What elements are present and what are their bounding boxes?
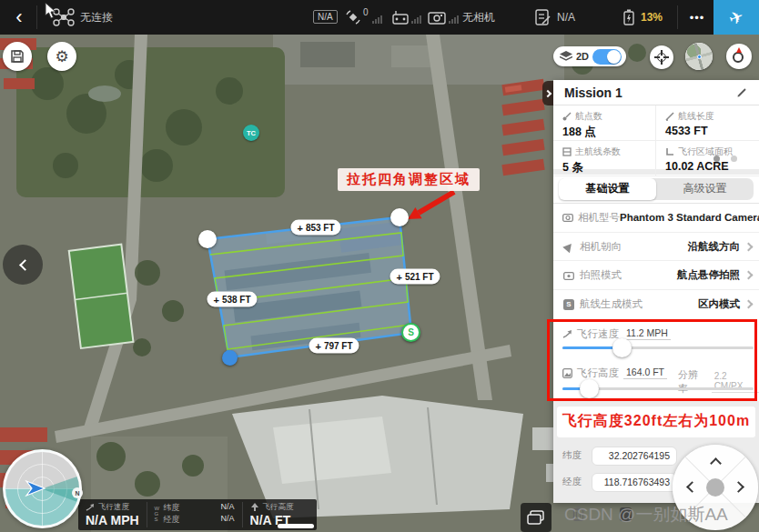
dpad-left-button[interactable] — [686, 481, 698, 493]
photos-icon — [527, 510, 545, 525]
altitude-icon — [562, 368, 572, 378]
edge-length-label-left[interactable]: +538 FT — [207, 292, 257, 307]
speed-value-field[interactable]: 11.2 MPH — [623, 327, 671, 340]
map-mode-pill: 2D — [553, 46, 626, 66]
speed-label: 飞行速度 — [577, 327, 619, 341]
polygon-start-marker[interactable]: S — [401, 323, 420, 342]
left-drawer-handle[interactable] — [3, 245, 43, 285]
altitude-slider-thumb[interactable] — [580, 379, 599, 398]
checklist-icon[interactable] — [533, 8, 552, 26]
dpad-center-button[interactable] — [706, 478, 724, 497]
settings-list: 相机型号 Phantom 3 Standard Camera 相机朝向 沿航线方… — [553, 204, 759, 319]
settings-tabs: 基础设置 高级设置 — [553, 175, 759, 204]
area-icon — [665, 147, 674, 156]
connection-status: 无连接 — [80, 0, 113, 35]
stat-area: 飞行区域面积 10.02 ACRE — [656, 141, 759, 176]
midpoint-plus-icon: + — [297, 222, 302, 233]
chevron-right-icon — [744, 300, 754, 309]
annotation-altitude-note: 飞行高度320ft左右为100m — [557, 407, 755, 437]
polygon-corner-handle-bottomleft[interactable] — [222, 350, 238, 366]
takeoff-button[interactable]: ✈ — [713, 0, 759, 35]
latitude-label: 纬度 — [562, 449, 584, 462]
mission-stats: 航点数 188 点 航线长度 4533 FT 主航线条数 5 条 飞行区域面积 … — [553, 105, 759, 175]
lines-icon — [562, 147, 572, 156]
mission-title: Mission 1 — [564, 85, 736, 100]
altitude-value-field[interactable]: 164.0 FT — [623, 366, 667, 379]
waypoint-icon — [562, 112, 572, 121]
camera-icon — [428, 9, 446, 25]
compass-button[interactable] — [726, 44, 752, 69]
chevron-right-icon — [744, 242, 754, 251]
checklist-value: N/A — [557, 0, 575, 35]
shutter-icon — [563, 271, 574, 280]
chevron-right-icon — [744, 271, 754, 280]
map-settings-button[interactable]: ⚙ — [47, 42, 76, 71]
edge-length-label-bottom[interactable]: +797 FT — [309, 338, 359, 354]
mission-panel: Mission 1 航点数 188 点 航线长度 4533 FT 主航线条数 5… — [553, 80, 759, 503]
stat-waypoints: 航点数 188 点 — [553, 105, 656, 141]
airplane-icon: ✈ — [726, 5, 747, 29]
speed-slider-thumb[interactable] — [612, 338, 632, 357]
back-button[interactable]: ‹ — [5, 0, 33, 35]
camera-status: 无相机 — [462, 0, 495, 35]
minimap-thumbnail — [685, 43, 713, 70]
save-mission-button[interactable] — [3, 42, 32, 71]
watermark: CSDN @一别如斯AA — [564, 503, 759, 527]
polygon-corner-handle-topleft[interactable] — [198, 230, 217, 248]
edge-length-label-top[interactable]: +853 FT — [290, 220, 340, 236]
north-badge: N — [72, 487, 83, 498]
more-menu-button[interactable]: ••• — [684, 0, 710, 35]
edge-length-label-right[interactable]: +521 FT — [390, 269, 440, 285]
tc-marker[interactable]: TC — [243, 125, 259, 141]
camera-icon — [562, 213, 573, 222]
altitude-label: 飞行高度 — [577, 366, 619, 380]
minimap-button[interactable] — [685, 43, 713, 70]
flight-mode-badge: N/A — [313, 10, 338, 24]
map-mode-label: 2D — [576, 51, 589, 62]
telemetry-speed: 飞行速度 N/A MPH — [78, 499, 147, 530]
dpad-up-button[interactable] — [710, 457, 722, 469]
mode-2d-toggle[interactable] — [592, 49, 622, 65]
home-indicator — [278, 524, 314, 528]
save-icon — [10, 49, 25, 64]
longitude-label: 经度 — [562, 476, 584, 488]
mission-header: Mission 1 — [553, 80, 759, 105]
stat-main-lines: 主航线条数 5 条 — [553, 141, 656, 176]
mission-polygon[interactable] — [207, 217, 411, 357]
tab-advanced-settings[interactable]: 高级设置 — [656, 178, 754, 200]
attitude-indicator — [3, 449, 82, 528]
dpad-right-button[interactable] — [733, 481, 744, 493]
stats-page-dots[interactable] — [713, 156, 737, 162]
midpoint-plus-icon: + — [396, 271, 401, 282]
photo-points-button[interactable] — [521, 503, 552, 532]
battery-icon — [621, 8, 637, 26]
battery-percentage: 13% — [641, 0, 663, 35]
setting-camera-model[interactable]: 相机型号 Phantom 3 Standard Camera — [553, 204, 759, 233]
toggle-knob — [607, 50, 621, 64]
polygon-corner-handle-topright[interactable] — [390, 208, 409, 226]
ruler-icon — [665, 112, 674, 121]
longitude-input[interactable]: 118.716763493 — [592, 473, 677, 492]
aircraft-arrow-icon — [25, 479, 46, 497]
midpoint-plus-icon: + — [213, 294, 218, 305]
locate-button[interactable] — [650, 45, 673, 69]
chevron-right-icon — [544, 89, 552, 96]
setting-camera-heading[interactable]: 相机朝向 沿航线方向 — [553, 233, 759, 262]
latitude-input[interactable]: 32.202764195 — [592, 447, 677, 466]
stat-route-length: 航线长度 4533 FT — [656, 105, 759, 141]
top-status-bar: ‹ 无连接 N/A 0 — [0, 0, 759, 35]
layers-icon — [560, 51, 572, 62]
satellite-icon — [345, 9, 361, 25]
setting-capture-mode[interactable]: 拍照模式 航点悬停拍照 — [553, 261, 759, 290]
speed-icon — [562, 329, 572, 339]
heading-icon — [562, 240, 574, 252]
tab-basic-settings[interactable]: 基础设置 — [559, 178, 656, 200]
annotation-hint-text: 拉托四角调整区域 — [338, 168, 480, 191]
rc-signal-bars — [411, 15, 421, 24]
remote-controller-icon — [391, 9, 410, 25]
setting-route-mode[interactable]: S 航线生成模式 区内模式 — [553, 290, 759, 319]
divider — [677, 5, 678, 29]
satellite-count: 0 — [363, 7, 369, 17]
gps-signal-bars — [372, 15, 382, 24]
edit-icon[interactable] — [736, 86, 748, 98]
